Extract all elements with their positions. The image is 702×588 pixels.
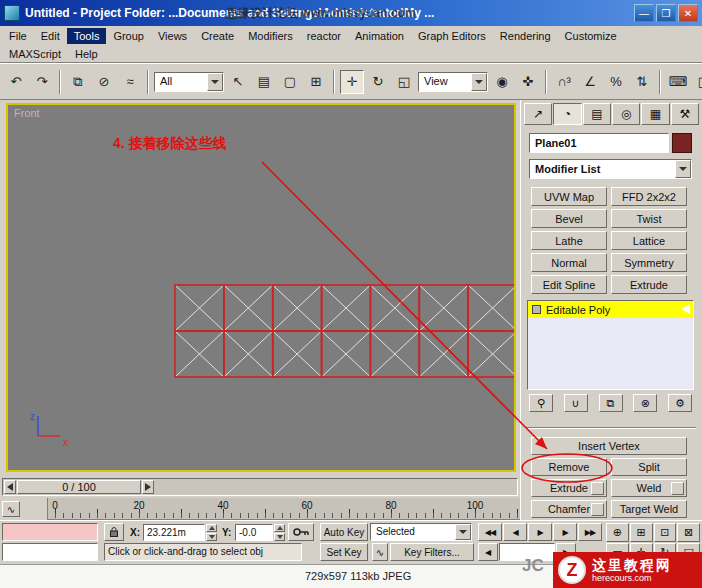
object-name-field[interactable]: Plane01: [529, 133, 669, 153]
extrude-button[interactable]: Extrude: [531, 479, 607, 497]
menu-file[interactable]: File: [2, 28, 34, 44]
select-manipulate-icon[interactable]: ✜: [516, 70, 540, 94]
window-crossing-icon[interactable]: ⊞: [304, 70, 328, 94]
select-scale-icon[interactable]: ◱: [392, 70, 416, 94]
keyboard-override-icon[interactable]: ⌨: [666, 70, 690, 94]
remove-button[interactable]: Remove: [531, 458, 607, 476]
insert-vertex-button[interactable]: Insert Vertex: [531, 437, 687, 455]
reference-coordsys-value[interactable]: View: [419, 73, 471, 91]
chevron-down-icon[interactable]: [207, 73, 223, 91]
mirror-icon[interactable]: ◫: [692, 70, 702, 94]
menu-rendering[interactable]: Rendering: [493, 28, 558, 44]
lathe-button[interactable]: Lathe: [531, 231, 607, 250]
twist-button[interactable]: Twist: [611, 209, 687, 228]
y-coord-spinner[interactable]: [274, 524, 285, 541]
selection-set-value[interactable]: Selected: [371, 524, 455, 540]
zoom-extents-all-icon[interactable]: ⊠: [677, 523, 700, 542]
selection-set-dropdown[interactable]: Selected: [370, 523, 472, 541]
menu-views[interactable]: Views: [151, 28, 194, 44]
utilities-tab[interactable]: ⚒: [671, 103, 699, 125]
modifier-list-dropdown[interactable]: Modifier List: [529, 159, 692, 179]
menu-tools[interactable]: Tools: [67, 28, 107, 44]
menu-edit[interactable]: Edit: [34, 28, 67, 44]
key-filters-button[interactable]: Key Filters...: [390, 543, 474, 561]
front-viewport[interactable]: Front 4. 接着移除这些线 z x: [6, 103, 516, 472]
track-bar-ruler[interactable]: 020406080100: [48, 498, 520, 519]
go-to-end-button[interactable]: ▶▶: [578, 523, 602, 541]
hierarchy-tab[interactable]: ▤: [583, 103, 611, 125]
percent-snap-icon[interactable]: %: [604, 70, 628, 94]
normal-button[interactable]: Normal: [531, 253, 607, 272]
select-link-icon[interactable]: ⧉: [66, 70, 90, 94]
menu-customize[interactable]: Customize: [558, 28, 624, 44]
uvw-map-button[interactable]: UVW Map: [531, 187, 607, 206]
target-weld-button[interactable]: Target Weld: [611, 500, 687, 518]
edit-spline-button[interactable]: Edit Spline: [531, 275, 607, 294]
track-bar[interactable]: ∿ 020406080100: [0, 498, 520, 520]
menu-modifiers[interactable]: Modifiers: [241, 28, 300, 44]
motion-tab[interactable]: ◎: [612, 103, 640, 125]
bevel-button[interactable]: Bevel: [531, 209, 607, 228]
selection-region-icon[interactable]: ▢: [278, 70, 302, 94]
next-frame-button[interactable]: ▶: [553, 523, 577, 541]
object-color-swatch[interactable]: [672, 133, 692, 153]
zoom-extents-icon[interactable]: ⊡: [654, 523, 677, 542]
symmetry-button[interactable]: Symmetry: [611, 253, 687, 272]
chevron-down-icon[interactable]: [455, 524, 471, 540]
extrude-settings-button[interactable]: [591, 482, 604, 495]
undo-icon[interactable]: ↶: [4, 70, 28, 94]
zoom-icon[interactable]: ⊕: [606, 523, 629, 542]
menu-maxscript[interactable]: MAXScript: [2, 46, 68, 62]
go-to-start-button[interactable]: ◀◀: [478, 523, 502, 541]
snap-toggle-icon[interactable]: ∩³: [552, 70, 576, 94]
play-button[interactable]: ▶: [528, 523, 552, 541]
app-icon[interactable]: [4, 5, 20, 21]
spinner-snap-icon[interactable]: ⇅: [630, 70, 654, 94]
extrude-modifier-button[interactable]: Extrude: [611, 275, 687, 294]
lattice-button[interactable]: Lattice: [611, 231, 687, 250]
make-unique-icon[interactable]: ⧉: [599, 394, 623, 412]
menu-group[interactable]: Group: [106, 28, 151, 44]
menu-reactor[interactable]: reactor: [300, 28, 348, 44]
modify-tab[interactable]: ◔: [553, 103, 581, 125]
maxscript-listener-pink[interactable]: [2, 523, 98, 541]
use-pivot-center-icon[interactable]: ◉: [490, 70, 514, 94]
bind-spacewarp-icon[interactable]: ≈: [118, 70, 142, 94]
mini-curve-editor-button[interactable]: ∿: [2, 501, 20, 517]
selection-filter-dropdown[interactable]: All: [154, 72, 224, 92]
stack-entry-editable-poly[interactable]: Editable Poly: [528, 301, 693, 318]
selection-filter-value[interactable]: All: [155, 73, 207, 91]
previous-frame-arrow[interactable]: [4, 480, 16, 494]
menu-help[interactable]: Help: [68, 46, 105, 62]
reference-coordsys-dropdown[interactable]: View: [418, 72, 488, 92]
chevron-down-icon[interactable]: [675, 160, 691, 178]
maxscript-listener-white[interactable]: [2, 543, 98, 561]
angle-snap-icon[interactable]: ∠: [578, 70, 602, 94]
select-move-icon[interactable]: ✛: [340, 70, 364, 94]
redo-icon[interactable]: ↷: [30, 70, 54, 94]
set-keys-button[interactable]: [288, 523, 314, 541]
previous-key-button[interactable]: ◀: [478, 543, 498, 561]
chamfer-button[interactable]: Chamfer: [531, 500, 607, 518]
chamfer-settings-button[interactable]: [591, 503, 604, 516]
select-rotate-icon[interactable]: ↻: [366, 70, 390, 94]
menu-graph-editors[interactable]: Graph Editors: [411, 28, 493, 44]
weld-button[interactable]: Weld: [611, 479, 687, 497]
minimize-button[interactable]: —: [634, 4, 654, 22]
maximize-button[interactable]: ❐: [656, 4, 676, 22]
display-tab[interactable]: ▦: [641, 103, 669, 125]
selection-lock-toggle[interactable]: [104, 523, 124, 541]
select-by-name-icon[interactable]: ▤: [252, 70, 276, 94]
auto-key-button[interactable]: Auto Key: [320, 523, 368, 541]
pin-stack-icon[interactable]: ⚲: [529, 394, 553, 412]
select-object-icon[interactable]: ↖: [226, 70, 250, 94]
chevron-down-icon[interactable]: [471, 73, 487, 91]
previous-frame-button[interactable]: ◀: [503, 523, 527, 541]
zoom-all-icon[interactable]: ⊞: [630, 523, 653, 542]
next-frame-arrow[interactable]: [142, 480, 154, 494]
menu-create[interactable]: Create: [194, 28, 241, 44]
split-button[interactable]: Split: [611, 458, 687, 476]
create-tab[interactable]: ↗: [524, 103, 552, 125]
x-coord-field[interactable]: 23.221m: [143, 524, 205, 541]
modifier-list-label[interactable]: Modifier List: [530, 160, 675, 178]
